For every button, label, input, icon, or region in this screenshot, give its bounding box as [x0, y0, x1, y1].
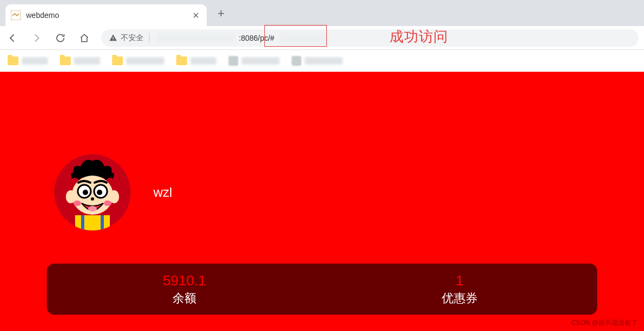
- stat-coupon[interactable]: 1 优惠券: [322, 264, 597, 315]
- bookmark-icon: [292, 56, 301, 66]
- avatar[interactable]: [54, 154, 131, 230]
- svg-rect-2: [113, 39, 113, 40]
- url-redacted: [157, 34, 233, 42]
- svg-point-14: [104, 201, 112, 206]
- browser-tab[interactable]: webdemo ×: [5, 4, 207, 26]
- back-button[interactable]: [5, 31, 20, 45]
- omnibox[interactable]: 不安全 :8086/pc/# 成功访问: [101, 29, 639, 47]
- bookmark-item[interactable]: [60, 57, 100, 65]
- bookmark-item[interactable]: [176, 57, 216, 65]
- folder-icon: [8, 57, 18, 65]
- url-redacted: [280, 34, 329, 42]
- bookmark-item[interactable]: [228, 56, 280, 66]
- svg-point-5: [66, 190, 76, 203]
- home-button[interactable]: [77, 31, 91, 45]
- folder-icon: [176, 57, 187, 65]
- bookmark-label: [242, 57, 280, 65]
- address-bar: 不安全 :8086/pc/# 成功访问: [0, 26, 644, 50]
- browser-tab-strip: webdemo × +: [0, 0, 644, 26]
- stats-bar: 5910.1 余额 1 优惠券: [47, 264, 597, 315]
- bookmark-bar: [0, 50, 644, 72]
- divider: [149, 33, 150, 43]
- stat-value: 5910.1: [163, 272, 206, 289]
- warning-icon: [109, 34, 117, 42]
- tab-title: webdemo: [26, 11, 187, 20]
- avatar-blur: [50, 182, 59, 195]
- svg-point-13: [73, 201, 81, 206]
- svg-rect-1: [113, 37, 113, 39]
- close-icon[interactable]: ×: [193, 10, 199, 21]
- annotation-text: 成功访问: [389, 27, 448, 46]
- security-label: 不安全: [121, 33, 144, 43]
- svg-point-12: [88, 206, 97, 211]
- svg-point-11: [91, 197, 94, 201]
- svg-rect-15: [75, 215, 110, 230]
- bookmark-item[interactable]: [292, 56, 343, 66]
- favicon-icon: [11, 10, 21, 20]
- svg-point-6: [109, 190, 119, 203]
- bookmark-item[interactable]: [112, 57, 164, 65]
- bookmark-label: [126, 57, 164, 65]
- reload-button[interactable]: [53, 31, 67, 45]
- svg-point-10: [97, 190, 102, 195]
- bookmark-label: [22, 57, 48, 65]
- avatar-wrap: [54, 154, 131, 230]
- profile-section: wzl: [0, 72, 644, 264]
- security-indicator[interactable]: 不安全: [109, 33, 152, 43]
- forward-button[interactable]: [29, 31, 44, 45]
- url-visible: :8086/pc/#: [239, 34, 274, 42]
- new-tab-button[interactable]: +: [218, 7, 225, 21]
- folder-icon: [112, 57, 123, 65]
- bookmark-label: [190, 57, 216, 65]
- svg-point-9: [83, 190, 88, 195]
- stat-balance[interactable]: 5910.1 余额: [47, 264, 322, 315]
- bookmark-item[interactable]: [8, 57, 48, 65]
- stat-label: 余额: [172, 290, 196, 307]
- bookmark-label: [74, 57, 100, 65]
- bookmark-icon: [228, 56, 238, 66]
- stat-label: 优惠券: [442, 290, 478, 307]
- bookmark-label: [305, 57, 343, 65]
- watermark: CSDN @尿不湿没有了: [571, 318, 637, 328]
- page-content: wzl 5910.1 余额 1 优惠券 CSDN @尿不湿没有了: [0, 72, 644, 331]
- folder-icon: [60, 57, 71, 65]
- stat-value: 1: [456, 272, 463, 289]
- username: wzl: [153, 185, 172, 200]
